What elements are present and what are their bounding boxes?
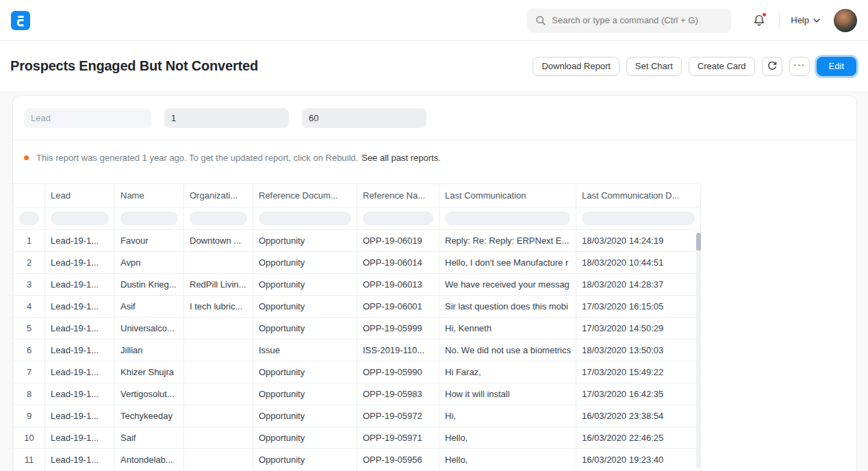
table-cell[interactable]: Opportunity — [253, 361, 357, 383]
column-filter-input[interactable] — [582, 212, 695, 225]
table-cell[interactable]: Opportunity — [253, 427, 357, 449]
column-header[interactable]: Name — [115, 184, 184, 207]
table-cell[interactable]: OPP-19-06019 — [357, 230, 439, 252]
column-filter-input[interactable] — [19, 212, 39, 225]
table-cell[interactable]: OPP-19-05971 — [357, 427, 439, 449]
table-cell[interactable]: Dustin Krieg... — [115, 274, 184, 296]
column-header[interactable]: Last Communication — [439, 184, 576, 207]
column-header[interactable]: Reference Na... — [357, 184, 439, 207]
notifications-button[interactable] — [750, 12, 768, 29]
table-cell[interactable] — [184, 427, 253, 449]
filter-from[interactable] — [164, 108, 289, 128]
table-cell[interactable]: Asif — [115, 296, 184, 318]
past-reports-link[interactable]: See all past reports. — [361, 153, 441, 163]
table-cell[interactable]: Lead-19-1... — [45, 230, 115, 252]
table-cell[interactable]: Lead-19-1... — [45, 449, 115, 471]
table-cell[interactable]: Lead-19-1... — [45, 296, 115, 318]
create-card-button[interactable]: Create Card — [689, 57, 755, 76]
table-cell[interactable] — [184, 318, 253, 340]
table-cell[interactable]: 16/03/2020 22:46:25 — [576, 427, 701, 449]
table-cell[interactable]: Reply: Re: Reply: ERPNext E... — [439, 230, 576, 252]
help-menu[interactable]: Help — [789, 12, 821, 28]
table-cell[interactable] — [184, 361, 253, 383]
app-logo[interactable] — [11, 11, 30, 30]
table-cell[interactable]: Hi Faraz, — [439, 361, 576, 383]
table-cell[interactable]: 18/03/2020 10:44:51 — [576, 252, 701, 274]
column-filter-input[interactable] — [120, 212, 178, 225]
table-cell[interactable]: Lead-19-1... — [45, 340, 115, 361]
table-cell[interactable]: Favour — [115, 230, 184, 252]
column-header[interactable]: Lead — [45, 184, 115, 207]
table-cell[interactable]: 17/03/2020 14:50:29 — [576, 318, 701, 340]
table-cell[interactable]: ISS-2019-110... — [357, 340, 439, 361]
set-chart-button[interactable]: Set Chart — [626, 57, 682, 76]
table-cell[interactable]: Hello, — [439, 449, 576, 471]
column-header[interactable]: Organizati... — [184, 184, 253, 207]
table-cell[interactable]: 18/03/2020 13:50:03 — [576, 340, 701, 361]
table-cell[interactable]: Lead-19-1... — [45, 361, 115, 383]
table-cell[interactable] — [184, 405, 253, 427]
column-filter-input[interactable] — [363, 212, 433, 225]
table-cell[interactable]: Techykeeday — [115, 405, 184, 427]
filter-to[interactable] — [302, 108, 426, 128]
table-cell[interactable]: Avpn — [115, 252, 184, 274]
table-cell[interactable]: Hi, Kenneth — [439, 318, 576, 340]
table-cell[interactable] — [184, 252, 253, 274]
table-cell[interactable]: OPP-19-06013 — [357, 274, 439, 296]
scrollbar-thumb[interactable] — [696, 233, 701, 251]
table-cell[interactable]: Lead-19-1... — [45, 318, 115, 340]
refresh-button[interactable] — [762, 57, 782, 76]
table-cell[interactable]: 17/03/2020 15:49:22 — [576, 361, 701, 383]
table-cell[interactable]: Hi, — [439, 405, 576, 427]
table-cell[interactable]: Lead-19-1... — [45, 252, 115, 274]
table-cell[interactable]: Vertigosolut... — [115, 383, 184, 405]
column-filter-input[interactable] — [259, 212, 351, 225]
table-cell[interactable]: OPP-19-05983 — [357, 383, 439, 405]
table-cell[interactable]: OPP-19-06001 — [357, 296, 439, 318]
table-cell[interactable]: I tech lubric... — [184, 296, 253, 318]
edit-button[interactable]: Edit — [817, 57, 856, 76]
table-cell[interactable]: How it will install — [439, 383, 576, 405]
column-filter-input[interactable] — [445, 212, 570, 225]
download-report-button[interactable]: Download Report — [533, 57, 619, 76]
table-cell[interactable]: OPP-19-05972 — [357, 405, 439, 427]
table-cell[interactable]: OPP-19-05999 — [357, 318, 439, 340]
table-cell[interactable]: Opportunity — [253, 274, 357, 296]
table-cell[interactable]: Opportunity — [253, 449, 357, 471]
table-cell[interactable]: Opportunity — [253, 318, 357, 340]
table-cell[interactable]: Universalco... — [115, 318, 184, 340]
table-cell[interactable]: Khizer Shujra — [115, 361, 184, 383]
table-cell[interactable]: 16/03/2020 23:38:54 — [576, 405, 701, 427]
search-input[interactable]: Search or type a command (Ctrl + G) — [527, 8, 731, 33]
table-cell[interactable]: Lead-19-1... — [45, 427, 115, 449]
table-cell[interactable]: Opportunity — [253, 230, 357, 252]
table-cell[interactable]: Lead-19-1... — [45, 383, 115, 405]
table-cell[interactable]: Issue — [253, 340, 357, 361]
table-cell[interactable] — [184, 383, 253, 405]
table-cell[interactable]: Saif — [115, 427, 184, 449]
table-cell[interactable]: Opportunity — [253, 296, 357, 318]
table-scrollbar[interactable] — [696, 233, 701, 468]
filter-lead[interactable] — [24, 108, 151, 128]
table-cell[interactable]: 17/03/2020 16:42:35 — [576, 383, 701, 405]
table-cell[interactable] — [184, 340, 253, 361]
column-header[interactable]: Reference Docum... — [253, 184, 357, 207]
table-cell[interactable]: 18/03/2020 14:28:37 — [576, 274, 701, 296]
table-cell[interactable]: Opportunity — [253, 383, 357, 405]
table-cell[interactable]: Jillian — [115, 340, 184, 361]
table-cell[interactable]: Lead-19-1... — [45, 405, 115, 427]
column-header[interactable]: Last Communication D... — [576, 184, 701, 207]
table-cell[interactable]: 17/03/2020 16:15:05 — [576, 296, 701, 318]
table-cell[interactable]: Hello, I don't see Manufacture r — [439, 252, 576, 274]
table-cell[interactable]: Opportunity — [253, 405, 357, 427]
table-cell[interactable]: 18/03/2020 14:24:19 — [576, 230, 701, 252]
column-filter-input[interactable] — [51, 212, 109, 225]
table-cell[interactable]: Hello, — [439, 427, 576, 449]
table-cell[interactable]: Sir last question does this mobi — [439, 296, 576, 318]
table-cell[interactable] — [184, 449, 253, 471]
table-cell[interactable]: RedPill Livin... — [184, 274, 253, 296]
table-cell[interactable]: We have received your messag — [439, 274, 576, 296]
table-cell[interactable]: No. We did not use a biometrics — [439, 340, 576, 361]
table-cell[interactable]: Downtown ... — [184, 230, 253, 252]
table-cell[interactable]: Antondelab... — [115, 449, 184, 471]
